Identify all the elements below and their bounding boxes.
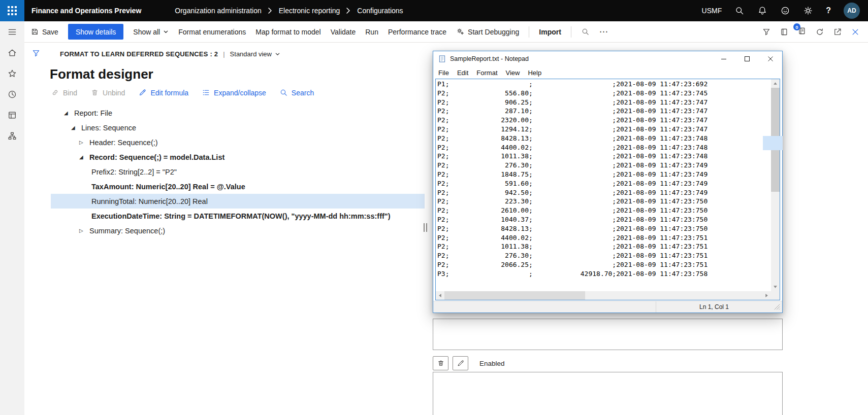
maximize-button[interactable] [735,51,759,66]
menu-view[interactable]: View [502,69,524,77]
tree-node[interactable]: ◢Lines: Sequence [51,120,425,135]
show-all-dropdown[interactable]: Show all [133,28,169,36]
minimize-button[interactable] [712,51,735,66]
close-page-icon[interactable] [851,27,860,37]
resize-grip[interactable] [772,301,782,313]
user-avatar[interactable]: AD [844,3,860,19]
edit-button[interactable] [453,356,468,370]
tree-search-button[interactable]: Search [279,88,314,97]
scroll-up-arrow-icon[interactable] [771,79,780,88]
menu-help[interactable]: Help [524,69,545,77]
help-icon[interactable]: ? [826,6,831,15]
expand-menu-button[interactable] [0,21,24,42]
tree-node-label: TaxAmount: Numeric[20..20] Real = @.Valu… [91,183,245,191]
settings-gear-icon[interactable] [803,6,813,16]
topbar-right-cluster: USMF ? AD [702,3,868,19]
unbind-button[interactable]: Unbind [90,88,125,97]
horizontal-scrollbar[interactable] [436,291,771,300]
more-commands-button[interactable]: ⋯ [599,26,608,37]
format-enumerations-button[interactable]: Format enumerations [178,28,246,36]
close-window-button[interactable] [759,51,782,66]
home-icon [7,48,17,58]
search-icon[interactable] [734,6,745,16]
expand-triangle-icon[interactable]: ▷ [79,228,89,233]
modules-hierarchy-icon [7,131,17,141]
pane-splitter-handle[interactable] [424,223,427,232]
performance-trace-button[interactable]: Performance trace [388,28,446,36]
pencil-icon [138,88,147,97]
run-button[interactable]: Run [365,28,378,36]
tree-node[interactable]: RunningTotal: Numeric[20..20] Real [51,194,425,209]
edit-formula-button[interactable]: Edit formula [138,88,188,97]
expand-triangle-icon[interactable]: ▷ [79,140,89,145]
rail-recent-button[interactable] [0,84,24,105]
view-selector[interactable]: Standard view [230,50,280,58]
menu-edit[interactable]: Edit [453,69,472,77]
save-button[interactable]: Save [30,27,58,36]
page-title: Format designer [50,65,153,83]
start-debugging-button[interactable]: Start Debugging [456,27,519,36]
show-details-button[interactable]: Show details [68,24,123,40]
map-format-to-model-button[interactable]: Map format to model [255,28,320,36]
unbind-label: Unbind [103,89,125,97]
menu-format[interactable]: Format [472,69,501,77]
filter-funnel-icon[interactable] [762,27,771,37]
show-all-label: Show all [133,28,160,36]
scroll-left-arrow-icon[interactable] [436,291,444,300]
action-bar-right-icons: 0 [762,26,860,37]
breadcrumb-module[interactable]: Organization administration [175,7,261,15]
edit-formula-label: Edit formula [150,89,188,97]
tree-node[interactable]: ◢Report: File [51,106,425,120]
expand-collapse-button[interactable]: Expand/collapse [202,88,266,97]
scroll-down-arrow-icon[interactable] [771,283,780,291]
notepad-app-icon [438,55,446,63]
scroll-right-arrow-icon[interactable] [762,291,771,300]
bind-label: Bind [63,89,77,97]
horizontal-scroll-thumb[interactable] [444,291,585,300]
tree-node-label: Prefix2: String[2..2] = "P2" [91,168,177,176]
star-icon [7,68,17,79]
refresh-icon[interactable] [815,27,824,37]
guide-book-icon[interactable] [780,27,789,37]
tree-node[interactable]: ExecutionDateTime: String = DATETIMEFORM… [51,209,425,223]
tree-node[interactable]: ▷Header: Sequence(;) [51,135,425,150]
breadcrumb-page[interactable]: Configurations [357,7,403,15]
tree-node[interactable]: ◢Record: Sequence(;) = model.Data.List [51,150,425,164]
feedback-smiley-icon[interactable] [780,6,790,16]
rail-favorites-button[interactable] [0,63,24,84]
find-command-icon[interactable] [581,27,590,36]
notepad-text[interactable]: P1; ; ;2021-08-09 11:47:23:692 P2; 556.8… [437,80,770,290]
collapse-triangle-icon[interactable]: ◢ [64,110,74,116]
app-launcher-button[interactable] [0,0,24,21]
collapse-triangle-icon[interactable]: ◢ [71,125,81,130]
import-label: Import [539,28,561,36]
messages-button[interactable]: 0 [797,26,807,37]
validate-button[interactable]: Validate [331,28,356,36]
enabled-input-field[interactable] [433,372,783,415]
tree-node[interactable]: Prefix2: String[2..2] = "P2" [51,164,425,179]
menu-file[interactable]: File [434,69,453,77]
show-filters-button[interactable] [29,47,43,60]
open-in-new-window-icon[interactable] [833,27,842,37]
workspaces-icon [7,110,17,120]
waffle-icon [8,6,17,15]
rail-workspaces-button[interactable] [0,105,24,125]
rail-modules-button[interactable] [0,125,24,146]
notepad-edit-area: P1; ; ;2021-08-09 11:47:23:692 P2; 556.8… [435,79,780,300]
tree-node[interactable]: ▷Summary: Sequence(;) [51,223,425,238]
trash-icon [90,88,99,97]
formula-display-field[interactable] [433,319,783,350]
import-button[interactable]: Import [539,28,561,36]
company-picker[interactable]: USMF [702,7,722,15]
rail-home-button[interactable] [0,42,24,63]
notepad-titlebar[interactable]: SampleReport.txt - Notepad [433,51,782,66]
vertical-scrollbar[interactable] [771,79,780,291]
save-floppy-icon [30,27,39,36]
delete-button[interactable] [433,356,448,370]
alerts-bell-icon[interactable] [757,6,767,16]
tree-node[interactable]: TaxAmount: Numeric[20..20] Real = @.Valu… [51,179,425,194]
bind-button[interactable]: Bind [51,88,77,97]
breadcrumb-area[interactable]: Electronic reporting [279,7,340,15]
search-icon [279,88,288,97]
collapse-triangle-icon[interactable]: ◢ [79,154,89,160]
